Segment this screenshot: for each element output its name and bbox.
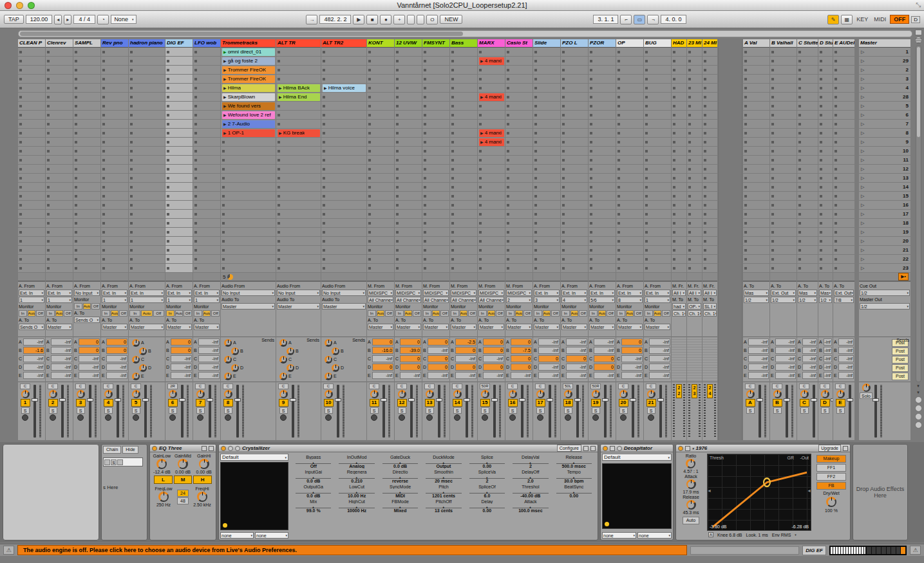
arm-button[interactable] — [454, 414, 460, 421]
clip-stop-icon[interactable] — [47, 105, 50, 107]
pan-value[interactable]: C — [195, 383, 205, 389]
clip-slot[interactable] — [533, 84, 560, 93]
clip-stop-icon[interactable] — [19, 240, 22, 243]
pan-value[interactable]: C — [835, 383, 845, 389]
clip-stop-icon[interactable] — [834, 141, 837, 143]
clip-slot[interactable] — [450, 129, 477, 138]
clip-stop-icon[interactable] — [130, 240, 133, 243]
clip-stop-icon[interactable] — [102, 240, 105, 243]
clip-stop-icon[interactable] — [323, 195, 325, 198]
send-amount[interactable]: -inf — [621, 372, 643, 379]
clip-stop-icon[interactable] — [47, 258, 50, 261]
clip-slot[interactable] — [833, 66, 854, 75]
arm-button[interactable] — [105, 414, 111, 421]
clip-slot[interactable] — [129, 228, 165, 237]
clip-slot[interactable] — [818, 120, 833, 129]
send-amount[interactable]: 0 — [372, 338, 393, 346]
clip-stop-icon[interactable] — [19, 186, 22, 189]
arm-button[interactable] — [133, 414, 139, 421]
clip-slot[interactable] — [367, 75, 394, 84]
clip-stop-icon[interactable] — [798, 78, 801, 80]
clip-slot[interactable] — [644, 102, 671, 111]
clip-slot[interactable] — [770, 111, 797, 120]
clip-slot[interactable] — [73, 147, 100, 156]
solo-button[interactable]: S — [224, 407, 232, 414]
clip-stop-icon[interactable] — [323, 105, 325, 107]
clip[interactable]: ▶Wefound love 2 ref — [222, 111, 275, 119]
clip-slot[interactable] — [702, 219, 717, 228]
clip-slot[interactable] — [46, 183, 73, 192]
clip-slot[interactable] — [193, 264, 220, 273]
clip-stop-icon[interactable] — [507, 222, 509, 225]
clip-slot[interactable] — [73, 183, 100, 192]
clip-stop-icon[interactable] — [534, 51, 537, 53]
clip-slot[interactable] — [165, 138, 193, 147]
send-amount[interactable]: -inf — [538, 338, 560, 346]
clip-slot[interactable] — [743, 174, 769, 183]
track-header[interactable]: Casio St — [505, 39, 533, 48]
clip-slot[interactable] — [73, 201, 100, 210]
track-activator[interactable]: 21 — [646, 399, 656, 407]
clip-slot[interactable] — [321, 48, 366, 57]
send-amount[interactable]: -inf — [171, 372, 192, 379]
clip-stop-icon[interactable] — [396, 195, 399, 198]
clip-slot[interactable] — [589, 120, 616, 129]
clip-stop-icon[interactable] — [645, 222, 648, 225]
clip-slot[interactable] — [687, 246, 702, 255]
clip-stop-icon[interactable] — [820, 213, 822, 216]
clip-stop-icon[interactable] — [396, 258, 399, 261]
clip-stop-icon[interactable] — [368, 150, 371, 152]
clip[interactable]: ▶omni direct_01 — [222, 48, 275, 56]
clip-slot[interactable] — [450, 66, 477, 75]
clip-stop-icon[interactable] — [820, 186, 822, 189]
fader-thumb[interactable] — [811, 398, 817, 401]
clip-slot[interactable] — [505, 147, 533, 156]
param-slider[interactable]: ▲ — [339, 489, 374, 494]
clip-stop-icon[interactable] — [534, 258, 537, 261]
clip-stop-icon[interactable] — [590, 96, 592, 98]
clip-stop-icon[interactable] — [688, 204, 691, 207]
clip-slot[interactable] — [505, 192, 533, 201]
clip-stop-icon[interactable] — [368, 105, 371, 107]
clip-stop-icon[interactable] — [645, 114, 648, 116]
clip-stop-icon[interactable] — [368, 186, 371, 189]
clip-stop-icon[interactable] — [479, 267, 482, 270]
clip-slot[interactable]: ▶4 marxi — [478, 57, 505, 66]
clip-stop-icon[interactable] — [323, 204, 325, 207]
clip-slot[interactable] — [743, 48, 769, 57]
clip-stop-icon[interactable] — [368, 114, 371, 116]
clip-stop-icon[interactable] — [744, 258, 747, 261]
clip-stop-icon[interactable] — [368, 96, 371, 98]
send-knob[interactable] — [332, 347, 339, 355]
scene-slot[interactable]: ▷16 — [859, 201, 910, 210]
clip-stop-icon[interactable] — [194, 177, 197, 180]
clip-slot[interactable] — [561, 138, 588, 147]
clip-stop-icon[interactable] — [507, 204, 509, 207]
clip-slot[interactable] — [18, 264, 45, 273]
clip-stop-icon[interactable] — [820, 258, 822, 261]
clip-slot[interactable] — [193, 75, 220, 84]
clip-slot[interactable] — [129, 219, 165, 228]
pan-value[interactable]: C — [799, 383, 809, 389]
track-header[interactable]: OP — [616, 39, 643, 48]
clip-slot[interactable] — [129, 84, 165, 93]
arm-button[interactable] — [592, 414, 599, 421]
arrangement-position-display[interactable]: 482. 2. 2 — [319, 15, 351, 24]
clip-stop-icon[interactable] — [130, 78, 133, 80]
clip-slot[interactable] — [687, 237, 702, 246]
clip-stop-icon[interactable] — [323, 123, 325, 125]
clip-stop-icon[interactable] — [47, 267, 50, 270]
clip-slot[interactable] — [450, 201, 477, 210]
clip-stop-icon[interactable] — [278, 213, 280, 216]
send-amount[interactable]: -inf — [802, 364, 817, 371]
pan-knob[interactable] — [196, 390, 205, 398]
clip-stop-icon[interactable] — [534, 150, 537, 152]
clip-stop-icon[interactable] — [704, 87, 706, 89]
clip-slot[interactable] — [165, 237, 193, 246]
clip-slot[interactable] — [589, 210, 616, 219]
send-amount[interactable]: -inf — [748, 347, 769, 354]
vertical-scrollbar[interactable] — [916, 45, 921, 382]
send-amount[interactable]: -inf — [455, 355, 476, 362]
clip-stop-icon[interactable] — [618, 177, 620, 180]
clip-stop-icon[interactable] — [130, 141, 133, 143]
